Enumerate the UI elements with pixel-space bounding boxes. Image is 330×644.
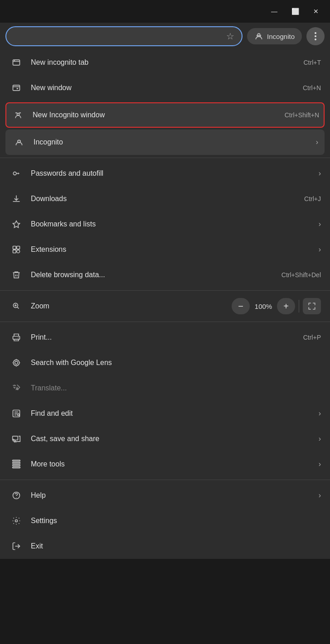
incognito-window-icon xyxy=(11,108,25,122)
trash-icon xyxy=(9,268,24,282)
menu-item-search-lens[interactable]: Search with Google Lens xyxy=(0,350,330,375)
divider-1 xyxy=(0,158,330,158)
tab-bar: ☆ Incognito xyxy=(0,23,330,50)
svg-point-8 xyxy=(20,141,21,142)
menu-item-find-edit[interactable]: Find and edit › xyxy=(0,401,330,426)
svg-point-9 xyxy=(13,172,16,175)
help-label: Help xyxy=(31,491,319,500)
zoom-icon xyxy=(9,299,24,313)
window-icon xyxy=(9,81,24,95)
new-incognito-window-shortcut: Ctrl+Shift+N xyxy=(285,111,319,119)
print-label: Print... xyxy=(31,333,303,341)
zoom-value: 100% xyxy=(250,303,277,310)
key-icon xyxy=(9,166,24,181)
new-incognito-tab-label: New incognito tab xyxy=(31,58,304,67)
menu-item-new-window[interactable]: New window Ctrl+N xyxy=(0,75,330,101)
downloads-label: Downloads xyxy=(31,195,304,203)
menu-item-settings[interactable]: Settings xyxy=(0,508,330,533)
menu-item-cast-save[interactable]: Cast, save and share › xyxy=(0,426,330,452)
incognito-tab-label: Incognito xyxy=(267,33,295,40)
incognito-section-label: Incognito xyxy=(34,138,316,146)
cast-save-arrow: › xyxy=(319,435,321,443)
menu-item-extensions[interactable]: Extensions › xyxy=(0,237,330,262)
zoom-in-button[interactable]: + xyxy=(277,298,295,314)
find-icon xyxy=(9,406,24,421)
search-lens-label: Search with Google Lens xyxy=(31,359,321,367)
settings-icon xyxy=(9,514,24,528)
address-bar[interactable]: ☆ xyxy=(5,26,243,46)
translate-icon xyxy=(9,381,24,395)
fullscreen-icon xyxy=(308,302,316,310)
title-bar: — ⬜ ✕ xyxy=(0,0,330,23)
close-button[interactable]: ✕ xyxy=(306,4,326,19)
translate-label: Translate... xyxy=(31,384,321,392)
menu-item-more-tools[interactable]: More tools › xyxy=(0,452,330,477)
svg-rect-25 xyxy=(13,460,20,461)
more-tools-label: More tools xyxy=(31,460,319,468)
print-icon xyxy=(9,330,24,345)
passwords-arrow: › xyxy=(319,169,321,178)
exit-icon xyxy=(9,539,24,553)
dot3 xyxy=(315,38,316,40)
find-edit-arrow: › xyxy=(319,409,321,418)
menu-item-bookmarks[interactable]: Bookmarks and lists › xyxy=(0,211,330,237)
maximize-button[interactable]: ⬜ xyxy=(285,4,306,19)
cast-save-label: Cast, save and share xyxy=(31,435,319,443)
exit-label: Exit xyxy=(31,542,321,550)
incognito-tab[interactable]: Incognito xyxy=(247,28,302,44)
bookmarks-label: Bookmarks and lists xyxy=(31,220,319,228)
svg-rect-23 xyxy=(13,465,20,466)
menu-item-delete-browsing[interactable]: Delete browsing data... Ctrl+Shift+Del xyxy=(0,262,330,288)
incognito-filled-icon xyxy=(12,135,26,149)
lens-icon xyxy=(9,356,24,370)
extension-icon xyxy=(9,242,24,257)
svg-marker-10 xyxy=(13,221,20,228)
help-icon xyxy=(9,488,24,503)
svg-rect-13 xyxy=(13,250,16,253)
help-arrow: › xyxy=(319,491,321,500)
new-incognito-window-label: New Incognito window xyxy=(33,111,285,119)
menu-item-passwords[interactable]: Passwords and autofill › xyxy=(0,161,330,186)
incognito-arrow: › xyxy=(316,138,318,146)
extensions-label: Extensions xyxy=(31,245,319,254)
delete-browsing-label: Delete browsing data... xyxy=(31,271,281,279)
svg-rect-22 xyxy=(13,462,20,464)
svg-rect-24 xyxy=(13,467,20,468)
menu-item-translate[interactable]: Translate... xyxy=(0,375,330,401)
divider-3 xyxy=(0,322,330,322)
more-button[interactable] xyxy=(306,27,325,45)
menu-item-new-incognito-tab[interactable]: New incognito tab Ctrl+T xyxy=(0,50,330,75)
favorite-icon[interactable]: ☆ xyxy=(226,31,234,42)
divider-4 xyxy=(0,480,330,480)
menu-item-help[interactable]: Help › xyxy=(0,483,330,508)
svg-point-28 xyxy=(15,520,18,522)
downloads-shortcut: Ctrl+J xyxy=(304,195,321,202)
zoom-controls: − 100% + xyxy=(232,298,321,314)
incognito-tab-icon xyxy=(254,32,263,41)
menu-item-incognito-section[interactable]: Incognito › xyxy=(5,130,325,155)
menu-item-exit[interactable]: Exit xyxy=(0,533,330,559)
bookmarks-arrow: › xyxy=(319,220,321,228)
divider-2 xyxy=(0,290,330,291)
svg-rect-15 xyxy=(13,336,20,340)
svg-rect-12 xyxy=(17,246,20,250)
menu-item-print[interactable]: Print... Ctrl+P xyxy=(0,325,330,350)
svg-point-27 xyxy=(16,497,16,498)
svg-point-18 xyxy=(15,361,18,365)
zoom-divider xyxy=(299,300,299,312)
dropdown-menu: New incognito tab Ctrl+T New window Ctrl… xyxy=(0,50,330,559)
dot2 xyxy=(315,35,316,37)
fullscreen-button[interactable] xyxy=(303,298,321,314)
zoom-label: Zoom xyxy=(31,302,232,310)
zoom-row: Zoom − 100% + xyxy=(0,293,330,319)
menu-item-new-incognito-window[interactable]: New Incognito window Ctrl+Shift+N xyxy=(5,102,325,128)
settings-label: Settings xyxy=(31,517,321,525)
svg-point-16 xyxy=(18,337,19,338)
download-icon xyxy=(9,192,24,206)
minimize-button[interactable]: — xyxy=(264,4,285,19)
svg-point-20 xyxy=(17,413,19,415)
svg-rect-3 xyxy=(13,60,20,65)
zoom-out-button[interactable]: − xyxy=(232,298,250,314)
svg-rect-4 xyxy=(13,85,20,91)
menu-item-downloads[interactable]: Downloads Ctrl+J xyxy=(0,186,330,211)
